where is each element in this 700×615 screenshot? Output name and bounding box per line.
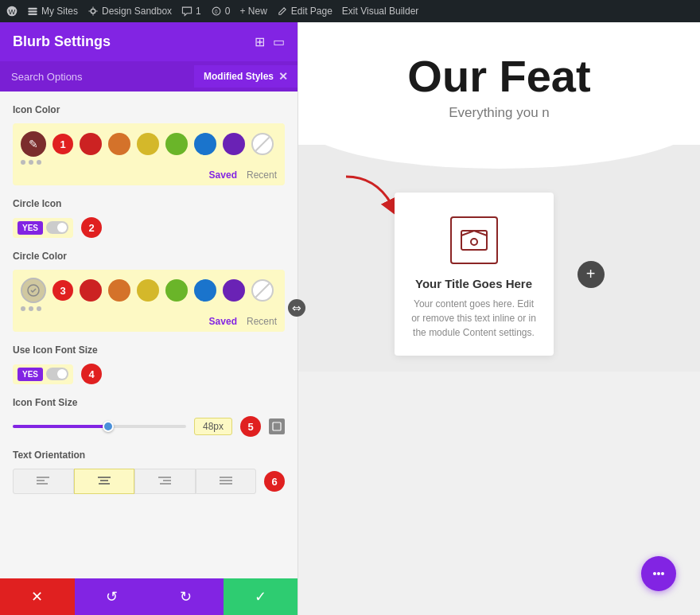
swatch-green[interactable] bbox=[165, 133, 188, 155]
fab-button[interactable] bbox=[641, 556, 676, 591]
use-icon-font-size-knob[interactable] bbox=[46, 368, 68, 380]
blurb-card: Your Title Goes Here Your content goes h… bbox=[395, 193, 554, 356]
orient-justify[interactable] bbox=[196, 469, 257, 494]
use-icon-font-size-section: Use Icon Font Size YES 4 bbox=[13, 344, 285, 384]
icon-color-swatches-row: ✎ 1 bbox=[21, 131, 277, 157]
text-orientation-buttons bbox=[13, 469, 256, 494]
slider-thumb[interactable] bbox=[103, 421, 114, 432]
circle-swatch-blue[interactable] bbox=[194, 279, 216, 302]
circle-swatch-red[interactable] bbox=[80, 279, 102, 302]
swatch-blue[interactable] bbox=[194, 133, 216, 155]
panel-header: Blurb Settings ⊞ ▭ bbox=[0, 22, 298, 61]
slider-reset-icon[interactable] bbox=[269, 418, 285, 434]
svg-point-5 bbox=[91, 9, 95, 14]
badge-2: 2 bbox=[81, 217, 102, 238]
main-layout: Blurb Settings ⊞ ▭ Search Options Modifi… bbox=[0, 22, 700, 615]
icon-font-size-slider[interactable] bbox=[13, 425, 186, 428]
undo-button[interactable]: ↺ bbox=[75, 578, 150, 615]
circle-color-saved[interactable]: Saved bbox=[209, 316, 237, 327]
badge-3: 3 bbox=[52, 280, 73, 301]
icon-color-recent[interactable]: Recent bbox=[247, 169, 277, 181]
canvas-subheading: Everything you n bbox=[330, 105, 668, 121]
icon-color-label: Icon Color bbox=[13, 104, 285, 115]
icon-color-swatches-container: ✎ 1 Saved Recent bbox=[13, 123, 285, 185]
my-sites-item[interactable]: My Sites bbox=[27, 6, 78, 17]
new-label: + New bbox=[239, 6, 266, 17]
close-modified-styles-icon[interactable]: ✕ bbox=[278, 70, 288, 83]
modified-styles-badge[interactable]: Modified Styles ✕ bbox=[194, 65, 298, 88]
swatch-red[interactable] bbox=[80, 133, 102, 155]
circle-swatch-orange[interactable] bbox=[108, 279, 130, 302]
blurb-card-title: Your Title Goes Here bbox=[410, 277, 538, 290]
badge-1: 1 bbox=[52, 134, 73, 154]
icon-font-size-slider-row: 48px 5 bbox=[13, 416, 285, 437]
edit-page-item[interactable]: Edit Page bbox=[277, 6, 332, 17]
svg-text:W: W bbox=[9, 8, 16, 16]
expand-icon[interactable]: ⊞ bbox=[255, 34, 265, 49]
panel-title: Blurb Settings bbox=[13, 33, 111, 50]
icon-color-saved[interactable]: Saved bbox=[209, 169, 237, 181]
circle-color-meta: Saved Recent bbox=[21, 316, 277, 327]
svg-point-24 bbox=[653, 572, 656, 575]
icon-font-size-section: Icon Font Size 48px 5 bbox=[13, 397, 285, 437]
blurb-card-text: Your content goes here. Edit or remove t… bbox=[410, 297, 538, 340]
new-item[interactable]: + New bbox=[239, 6, 266, 17]
circle-icon-label: Circle Icon bbox=[13, 198, 285, 209]
wp-logo-item[interactable]: W bbox=[6, 6, 18, 17]
blurb-icon-wrap bbox=[450, 216, 498, 264]
exit-vb-label: Exit Visual Builder bbox=[342, 6, 419, 17]
use-icon-font-size-yes-label: YES bbox=[18, 368, 43, 381]
left-panel: Blurb Settings ⊞ ▭ Search Options Modifi… bbox=[0, 22, 298, 615]
circle-swatch-yellow[interactable] bbox=[137, 279, 159, 302]
collapse-icon[interactable]: ▭ bbox=[273, 34, 285, 49]
icon-font-size-label: Icon Font Size bbox=[13, 397, 285, 408]
panel-resize-arrow[interactable]: ⇔ bbox=[288, 299, 305, 317]
cancel-icon: ✕ bbox=[31, 588, 43, 605]
redo-button[interactable]: ↻ bbox=[149, 578, 224, 615]
circle-swatch-none[interactable] bbox=[251, 279, 274, 302]
orient-center[interactable] bbox=[74, 469, 135, 494]
circle-color-active-swatch[interactable] bbox=[21, 278, 46, 303]
undo-icon: ↺ bbox=[106, 588, 118, 605]
use-icon-font-size-toggle[interactable]: YES bbox=[13, 364, 73, 384]
swatch-orange[interactable] bbox=[108, 133, 130, 155]
orient-left[interactable] bbox=[13, 469, 74, 494]
svg-text:0: 0 bbox=[215, 9, 218, 14]
use-icon-font-size-label: Use Icon Font Size bbox=[13, 344, 285, 356]
circle-color-recent[interactable]: Recent bbox=[247, 316, 277, 327]
use-icon-font-size-toggle-row: YES 4 bbox=[13, 364, 285, 384]
badge-5: 5 bbox=[240, 416, 261, 437]
circle-color-swatches-row: 3 bbox=[21, 278, 277, 303]
orient-right[interactable] bbox=[134, 469, 196, 494]
icon-color-section: Icon Color ✎ 1 bbox=[13, 104, 285, 185]
svg-rect-9 bbox=[273, 422, 281, 430]
circle-swatch-purple[interactable] bbox=[223, 279, 245, 302]
circle-icon-knob[interactable] bbox=[46, 221, 68, 234]
search-options-label[interactable]: Search Options bbox=[0, 71, 194, 83]
bubble-item[interactable]: 0 0 bbox=[211, 6, 231, 17]
save-button[interactable]: ✓ bbox=[224, 578, 298, 615]
circle-icon-toggle[interactable]: YES bbox=[13, 218, 73, 238]
icon-color-active-swatch[interactable]: ✎ bbox=[21, 131, 46, 157]
swatch-none[interactable] bbox=[251, 133, 274, 155]
redo-icon: ↻ bbox=[180, 588, 192, 605]
icon-font-size-value[interactable]: 48px bbox=[194, 418, 232, 435]
swatch-purple[interactable] bbox=[223, 133, 245, 155]
svg-point-25 bbox=[657, 572, 660, 575]
badge-6: 6 bbox=[264, 471, 285, 492]
circle-color-section: Circle Color 3 bbox=[13, 251, 285, 332]
slider-fill bbox=[13, 425, 108, 428]
my-sites-label: My Sites bbox=[41, 6, 78, 17]
icon-color-meta: Saved Recent bbox=[21, 169, 277, 181]
swatch-yellow[interactable] bbox=[137, 133, 159, 155]
design-sandbox-item[interactable]: Design Sandbox bbox=[88, 6, 172, 17]
exit-vb-item[interactable]: Exit Visual Builder bbox=[342, 6, 419, 17]
circle-icon-section: Circle Icon YES 2 bbox=[13, 198, 285, 238]
search-bar: Search Options Modified Styles ✕ bbox=[0, 61, 298, 91]
cancel-button[interactable]: ✕ bbox=[0, 578, 75, 615]
add-module-button[interactable]: + bbox=[578, 261, 605, 288]
circle-swatch-green[interactable] bbox=[165, 279, 188, 302]
canvas-curve-area: Your Title Goes Here Your content goes h… bbox=[298, 145, 700, 372]
svg-rect-2 bbox=[28, 8, 37, 10]
comments-item[interactable]: 1 bbox=[181, 6, 201, 17]
